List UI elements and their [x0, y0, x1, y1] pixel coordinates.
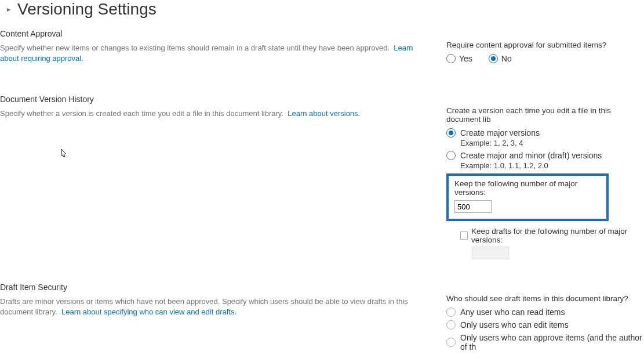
- section-draft-security: Draft Item Security Drafts are minor ver…: [0, 283, 644, 355]
- keep-drafts-checkbox[interactable]: [460, 231, 468, 240]
- create-minor-radio[interactable]: [446, 151, 456, 160]
- draft-any-radio[interactable]: [446, 307, 456, 317]
- draft-security-desc: Drafts are minor versions or items which…: [0, 296, 430, 317]
- draft-edit-label: Only users who can edit items: [460, 320, 569, 330]
- breadcrumb-sep-icon: ▸: [7, 5, 10, 13]
- version-history-desc-text: Specify whether a version is created eac…: [0, 109, 283, 118]
- version-history-question: Create a version each time you edit a fi…: [446, 106, 644, 124]
- content-approval-no-label: No: [501, 54, 512, 63]
- draft-edit-radio[interactable]: [446, 320, 456, 330]
- draft-security-heading: Draft Item Security: [0, 283, 430, 292]
- draft-approve-label: Only users who can approve items (and th…: [460, 333, 644, 352]
- create-minor-label: Create major and minor (draft) versions: [460, 151, 602, 160]
- section-content-approval: Content Approval Specify whether new ite…: [0, 29, 644, 67]
- create-major-example: Example: 1, 2, 3, 4: [460, 139, 644, 147]
- create-minor-example: Example: 1.0, 1.1, 1.2, 2.0: [460, 161, 644, 170]
- section-version-history: Document Version History Specify whether…: [0, 95, 644, 259]
- content-approval-no-radio[interactable]: [489, 54, 498, 63]
- keep-major-versions-label: Keep the following number of major versi…: [454, 179, 601, 197]
- content-approval-heading: Content Approval: [0, 29, 430, 38]
- learn-drafts-link[interactable]: Learn about specifying who can view and …: [61, 307, 237, 316]
- content-approval-desc: Specify whether new items or changes to …: [0, 43, 430, 64]
- learn-versions-link[interactable]: Learn about versions.: [288, 109, 360, 118]
- version-history-heading: Document Version History: [0, 95, 430, 104]
- content-approval-yes-radio[interactable]: [446, 54, 456, 63]
- content-approval-yes-label: Yes: [459, 54, 472, 63]
- content-approval-desc-text: Specify whether new items or changes to …: [0, 44, 390, 52]
- keep-major-versions-box: Keep the following number of major versi…: [446, 173, 609, 221]
- draft-any-label: Any user who can read items: [460, 307, 565, 317]
- content-approval-question: Require content approval for submitted i…: [446, 41, 644, 49]
- create-major-label: Create major versions: [460, 128, 540, 137]
- page-title-text: Versioning Settings: [17, 0, 157, 19]
- keep-drafts-label: Keep drafts for the following number of …: [471, 227, 644, 244]
- keep-major-versions-input[interactable]: [454, 200, 492, 213]
- version-history-desc: Specify whether a version is created eac…: [0, 108, 430, 119]
- keep-drafts-input: [472, 247, 509, 259]
- draft-approve-radio[interactable]: [446, 338, 456, 347]
- page-title: ▸ Versioning Settings: [0, 0, 644, 29]
- create-major-radio[interactable]: [446, 128, 456, 137]
- draft-security-question: Who should see draft items in this docum…: [446, 294, 644, 303]
